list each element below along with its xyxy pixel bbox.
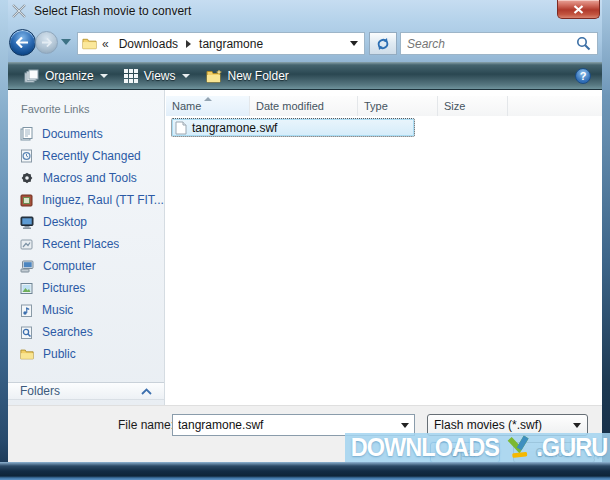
sidebar-item-music[interactable]: Music	[8, 299, 164, 321]
sidebar-item-desktop[interactable]: Desktop	[8, 211, 164, 233]
help-button[interactable]: ?	[575, 68, 591, 84]
file-type-value: Flash movies (*.swf)	[434, 418, 542, 432]
sidebar-item-recently-changed[interactable]: Recently Changed	[8, 145, 164, 167]
searches-icon	[20, 326, 33, 339]
file-list: Name Date modified Type Size tangra	[165, 90, 602, 405]
sidebar-item-label: Computer	[43, 259, 96, 273]
file-icon	[175, 121, 187, 135]
folder-icon	[82, 37, 97, 50]
download-arrow-icon	[505, 434, 531, 460]
recent-places-icon	[20, 238, 33, 251]
chevron-down-icon	[100, 74, 108, 78]
back-arrow-icon	[16, 37, 29, 48]
file-name: tangramone.swf	[192, 121, 277, 135]
breadcrumb-item-downloads[interactable]: Downloads	[115, 35, 182, 53]
new-folder-button[interactable]: New Folder	[198, 65, 297, 87]
sidebar-item-label: Desktop	[43, 215, 87, 229]
views-label: Views	[144, 69, 176, 83]
breadcrumb: « Downloads tangramone	[77, 32, 365, 55]
column-header-type[interactable]: Type	[358, 96, 438, 116]
search-icon[interactable]	[576, 36, 591, 51]
column-label: Size	[444, 100, 465, 112]
organize-icon	[24, 69, 39, 83]
refresh-icon	[376, 37, 390, 51]
views-grid-icon	[124, 69, 138, 83]
column-label: Type	[364, 100, 388, 112]
sidebar-item-pictures[interactable]: Pictures	[8, 277, 164, 299]
documents-icon	[20, 127, 33, 141]
breadcrumb-separator-icon	[186, 40, 191, 48]
titlebar: Select Flash movie to convert	[0, 0, 610, 22]
music-icon	[20, 304, 33, 317]
refresh-button[interactable]	[369, 32, 397, 55]
gear-icon	[20, 171, 34, 185]
sidebar-item-contact[interactable]: Iniguez, Raul (TT FIT...	[8, 189, 164, 211]
window-border-right	[602, 0, 610, 480]
sidebar-item-public[interactable]: Public	[8, 343, 164, 365]
computer-icon	[20, 260, 34, 273]
app-icon	[11, 3, 27, 19]
column-header-name[interactable]: Name	[166, 96, 250, 116]
sidebar-item-label: Public	[43, 347, 76, 361]
search-box	[400, 32, 598, 55]
watermark-banner: DOWNLOADS .GURU	[345, 433, 610, 462]
close-button[interactable]	[557, 0, 600, 19]
sidebar-item-label: Music	[42, 303, 73, 317]
contact-icon	[20, 194, 33, 207]
file-name-label: File name:	[104, 418, 174, 432]
public-folder-icon	[20, 348, 34, 360]
chevron-down-icon	[182, 74, 190, 78]
address-dropdown-button[interactable]	[344, 33, 364, 54]
file-name-input[interactable]	[173, 418, 395, 432]
sidebar-item-recent-places[interactable]: Recent Places	[8, 233, 164, 255]
sidebar-item-searches[interactable]: Searches	[8, 321, 164, 343]
folders-label: Folders	[20, 384, 60, 398]
close-icon	[573, 5, 584, 14]
chevron-down-icon	[573, 423, 581, 428]
organize-label: Organize	[45, 69, 94, 83]
watermark-text-left: DOWNLOADS	[351, 433, 499, 462]
navigation-bar: « Downloads tangramone	[8, 22, 602, 62]
column-header-filler	[508, 96, 602, 116]
new-folder-icon	[206, 69, 222, 83]
organize-button[interactable]: Organize	[16, 65, 116, 87]
breadcrumb-item-tangramone[interactable]: tangramone	[195, 35, 267, 53]
chevron-down-icon	[401, 423, 409, 428]
window-border-bottom	[0, 462, 610, 480]
sidebar-item-label: Documents	[42, 127, 103, 141]
breadcrumb-overflow[interactable]: «	[102, 37, 109, 51]
sort-ascending-icon	[204, 97, 212, 101]
new-folder-label: New Folder	[228, 69, 289, 83]
sidebar-item-label: Pictures	[42, 281, 85, 295]
command-bar: Organize Views New Folder ?	[8, 62, 602, 90]
watermark-text-right: .GURU	[536, 433, 607, 462]
column-label: Date modified	[256, 100, 324, 112]
main-area: Favorite Links Documents Recently Change…	[8, 90, 602, 405]
column-header-size[interactable]: Size	[438, 96, 508, 116]
sidebar-item-label: Recently Changed	[42, 149, 141, 163]
recent-pages-chevron-icon[interactable]	[61, 39, 71, 45]
file-name-dropdown-button[interactable]	[395, 415, 414, 435]
navigation-pane: Favorite Links Documents Recently Change…	[8, 90, 165, 405]
forward-button[interactable]	[35, 31, 58, 54]
file-row-selected[interactable]: tangramone.swf	[171, 118, 415, 137]
search-input[interactable]	[401, 37, 576, 51]
favorite-links-header: Favorite Links	[21, 103, 164, 115]
dialog-window: Select Flash movie to convert « Down	[0, 0, 610, 480]
window-border-left	[0, 0, 8, 480]
views-button[interactable]: Views	[116, 65, 198, 87]
sidebar-item-label: Macros and Tools	[43, 171, 137, 185]
folders-expander[interactable]: Folders	[8, 382, 164, 400]
sidebar-item-label: Searches	[42, 325, 93, 339]
sidebar-item-macros-and-tools[interactable]: Macros and Tools	[8, 167, 164, 189]
chevron-up-icon	[141, 388, 152, 395]
desktop-icon	[20, 216, 34, 229]
sidebar-item-documents[interactable]: Documents	[8, 123, 164, 145]
window-title: Select Flash movie to convert	[34, 4, 191, 18]
forward-arrow-icon	[41, 38, 52, 47]
back-button[interactable]	[9, 29, 36, 56]
recently-changed-icon	[20, 149, 33, 163]
pictures-icon	[20, 282, 33, 295]
column-header-date-modified[interactable]: Date modified	[250, 96, 358, 116]
sidebar-item-computer[interactable]: Computer	[8, 255, 164, 277]
